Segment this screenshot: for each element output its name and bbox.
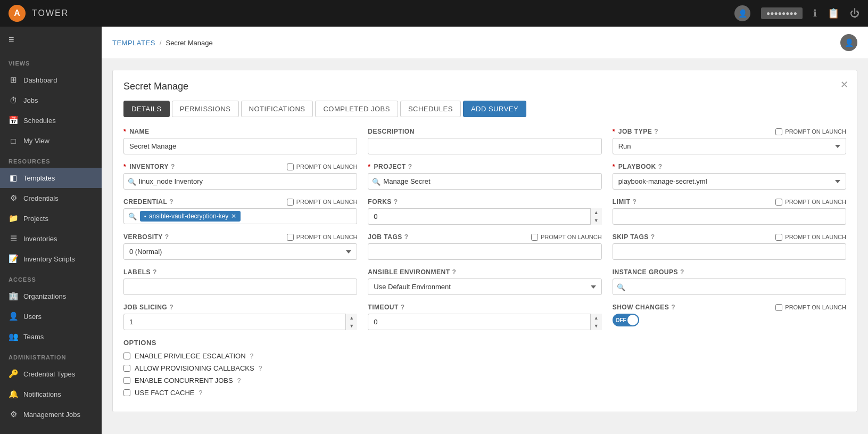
ansible-env-select[interactable]: Use Default Environment [368,279,601,295]
instance-groups-help-icon[interactable]: ? [680,268,684,276]
limit-prompt-checkbox[interactable] [775,199,782,206]
labels-help-icon[interactable]: ? [153,268,157,276]
show-changes-help-icon[interactable]: ? [671,304,675,311]
tab-schedules[interactable]: SCHEDULES [400,101,461,117]
job-type-prompt-checkbox[interactable] [775,128,782,135]
job-slicing-help-icon[interactable]: ? [169,304,173,311]
credential-types-icon: 🔑 [9,369,18,379]
sidebar-item-management-jobs[interactable]: ⚙ Management Jobs [0,404,102,424]
job-tags-input[interactable] [368,243,601,260]
skip-tags-input[interactable] [613,243,846,260]
sidebar-item-inventory-scripts[interactable]: 📝 Inventory Scripts [0,249,102,269]
forks-label: FORKS ? [368,198,601,206]
sidebar-hamburger[interactable]: ≡ [0,27,102,53]
sidebar-item-my-view[interactable]: □ My View [0,130,102,151]
toggle-off-label: OFF [616,317,626,323]
show-changes-prompt-checkbox[interactable] [775,304,782,311]
project-help-icon[interactable]: ? [408,163,412,170]
tab-notifications[interactable]: NOTIFICATIONS [241,101,313,117]
sidebar-item-notifications[interactable]: 🔔 Notifications [0,384,102,404]
sidebar-item-teams[interactable]: 👥 Teams [0,326,102,347]
job-type-label: * JOB TYPE ? [613,128,658,135]
sidebar-item-credentials[interactable]: ⚙ Credentials [0,188,102,208]
power-icon[interactable]: ⏻ [850,8,859,19]
sidebar-item-jobs[interactable]: ⏱ Jobs [0,90,102,110]
option-fact-cache-checkbox[interactable] [123,389,130,396]
sidebar-item-dashboard[interactable]: ⊞ Dashboard [0,70,102,90]
ansible-env-group: ANSIBLE ENVIRONMENT ? Use Default Enviro… [368,268,601,295]
forks-decrement-button[interactable]: ▼ [591,217,602,225]
job-slicing-decrement-button[interactable]: ▼ [346,322,357,331]
option-provisioning-help-icon[interactable]: ? [259,365,262,372]
sidebar: ≡ VIEWS ⊞ Dashboard ⏱ Jobs 📅 Schedules □… [0,27,102,434]
sidebar-item-users[interactable]: 👤 Users [0,306,102,326]
limit-input[interactable] [613,208,846,225]
tab-permissions[interactable]: PERMISSIONS [172,101,239,117]
info-icon[interactable]: ℹ [813,7,817,19]
credential-prompt-checkbox[interactable] [287,199,294,206]
limit-help-icon[interactable]: ? [632,198,636,206]
ansible-env-help-icon[interactable]: ? [452,268,457,276]
credential-input-wrapper[interactable]: 🔍 ▪ ansible-vault-decryption-key ✕ [123,208,357,224]
inventory-prompt-checkbox[interactable] [287,163,294,170]
job-slicing-input[interactable] [123,314,357,330]
name-input[interactable] [123,138,357,154]
sidebar-item-templates[interactable]: ◧ Templates [0,168,102,188]
sidebar-item-inventories[interactable]: ☰ Inventories [0,228,102,249]
show-changes-switch[interactable]: OFF [613,314,639,326]
verbosity-select[interactable]: 0 (Normal) 1 (Verbose) 2 (More Verbose) … [123,243,357,260]
limit-label: LIMIT ? [613,198,637,206]
breadcrumb-parent[interactable]: TEMPLATES [112,39,155,47]
verbosity-group: VERBOSITY ? PROMPT ON LAUNCH 0 (Normal) … [123,233,357,260]
sidebar-item-projects[interactable]: 📁 Projects [0,208,102,228]
inventories-icon: ☰ [9,234,18,243]
job-tags-label: JOB TAGS ? [368,233,408,241]
option-concurrent-help-icon[interactable]: ? [237,377,241,384]
inventory-input[interactable] [123,173,357,190]
sidebar-item-organizations[interactable]: 🏢 Organizations [0,286,102,306]
verbosity-prompt-checkbox[interactable] [287,234,294,241]
user-profile-icon[interactable]: 👤 [840,34,857,51]
playbook-select[interactable]: playbook-manage-secret.yml [613,173,846,190]
forks-increment-button[interactable]: ▲ [591,208,602,217]
skip-tags-help-icon[interactable]: ? [651,233,655,241]
inventory-help-icon[interactable]: ? [171,163,175,170]
job-slicing-increment-button[interactable]: ▲ [346,314,357,322]
instance-groups-input[interactable] [613,279,846,295]
timeout-input[interactable] [368,314,601,330]
job-tags-prompt-checkbox[interactable] [531,234,538,241]
tab-completed-jobs[interactable]: COMPLETED JOBS [315,101,398,117]
job-tags-help-icon[interactable]: ? [404,233,409,241]
tab-details[interactable]: DETAILS [123,101,170,117]
option-privilege-help-icon[interactable]: ? [250,353,254,360]
card-close-button[interactable]: ✕ [840,79,848,91]
sidebar-item-credential-types[interactable]: 🔑 Credential Types [0,364,102,384]
timeout-decrement-button[interactable]: ▼ [591,322,602,331]
jobs-icon: ⏱ [9,95,18,105]
timeout-increment-button[interactable]: ▲ [591,314,602,322]
credential-help-icon[interactable]: ? [169,198,173,206]
option-privilege-checkbox[interactable] [123,353,130,359]
show-changes-toggle[interactable]: OFF [613,314,846,326]
verbosity-help-icon[interactable]: ? [165,233,169,241]
sidebar-item-schedules[interactable]: 📅 Schedules [0,110,102,130]
playbook-help-icon[interactable]: ? [658,163,663,170]
project-input[interactable] [368,173,601,190]
timeout-help-icon[interactable]: ? [401,304,405,311]
labels-input[interactable] [123,279,357,295]
show-changes-group: SHOW CHANGES ? PROMPT ON LAUNCH OFF [613,304,846,330]
inventory-label: * INVENTORY ? [123,163,175,170]
option-provisioning-checkbox[interactable] [123,365,130,372]
description-input[interactable] [368,138,601,154]
credential-tag-remove-button[interactable]: ✕ [231,212,236,220]
forks-input[interactable] [368,208,601,225]
option-fact-cache-help-icon[interactable]: ? [199,389,202,397]
docs-icon[interactable]: 📋 [828,7,839,19]
user-label[interactable]: ●●●●●●●● [761,7,803,19]
job-type-help-icon[interactable]: ? [654,128,658,135]
option-concurrent-checkbox[interactable] [123,377,130,384]
job-type-select[interactable]: Run Check [613,138,846,154]
tab-add-survey[interactable]: ADD SURVEY [463,101,526,117]
forks-help-icon[interactable]: ? [394,198,398,206]
skip-tags-prompt-checkbox[interactable] [775,234,782,241]
